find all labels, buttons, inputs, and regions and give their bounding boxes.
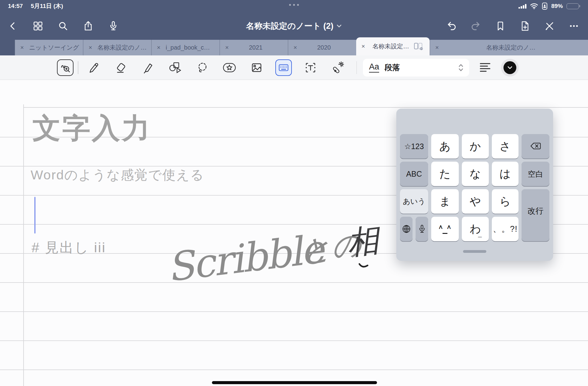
globe-icon <box>402 224 411 234</box>
close-icon[interactable]: × <box>152 44 166 51</box>
close-icon[interactable]: × <box>356 43 370 50</box>
tab-ipad-book[interactable]: × i_pad_book_c… <box>151 40 220 55</box>
search-button[interactable] <box>57 20 69 32</box>
key-globe[interactable] <box>400 217 413 241</box>
toolbar-divider <box>78 61 78 74</box>
key-punctuation[interactable]: 、。?! <box>492 217 518 241</box>
key-wa[interactable]: わ＿ <box>462 217 489 241</box>
clock: 14:57 <box>8 3 23 9</box>
toolbar-divider <box>356 61 357 74</box>
key-ta[interactable]: た <box>431 162 459 186</box>
add-page-button[interactable] <box>519 20 531 32</box>
battery-percent: 89% <box>551 3 563 9</box>
text-align-button[interactable] <box>477 59 494 76</box>
note-title[interactable]: 名称未設定のノート (2) <box>246 21 342 32</box>
zoom-window-tool[interactable] <box>57 59 74 76</box>
eraser-tool[interactable] <box>112 59 129 76</box>
tools-toolbar: Aa 段落 <box>0 55 588 80</box>
key-kaomoji[interactable]: ＾＾ <box>431 217 459 241</box>
chevron-down-icon <box>337 24 342 28</box>
tab-untitled-note-2[interactable]: × 名称未設定のノ… <box>430 40 588 55</box>
keyboard-tool[interactable] <box>275 59 292 76</box>
mic-button[interactable] <box>107 20 119 32</box>
status-bar: 14:57 5月11日 (木) 89% <box>0 0 588 12</box>
tab-knit-sewing[interactable]: × ニットソーイング <box>15 40 83 55</box>
key-abc[interactable]: ABC <box>400 162 428 186</box>
key-return[interactable]: 改行 <box>522 189 549 241</box>
split-view-icon[interactable] <box>414 43 424 51</box>
image-tool[interactable] <box>248 59 265 76</box>
handwriting-ink[interactable]: Scribble との 相 <box>130 205 394 300</box>
tab-untitled-note-1[interactable]: × 名称未設定のノ… <box>83 40 151 55</box>
read-only-pen-toggle[interactable] <box>543 20 556 32</box>
laser-pointer-tool[interactable] <box>329 59 346 76</box>
key-ka[interactable]: か <box>462 134 489 159</box>
more-button[interactable] <box>568 20 580 32</box>
chevron-up-down-icon <box>458 63 464 73</box>
wifi-icon <box>530 3 538 9</box>
focus-icon <box>542 2 548 10</box>
text-color-button[interactable] <box>501 59 519 77</box>
font-style-label: Aa <box>369 62 379 73</box>
share-button[interactable] <box>82 20 94 32</box>
pen-tool[interactable] <box>85 59 102 76</box>
key-dictation[interactable] <box>416 217 428 241</box>
close-icon[interactable]: × <box>15 44 29 51</box>
key-ya[interactable]: や <box>462 189 489 214</box>
multitasking-dots-icon[interactable] <box>289 4 299 6</box>
close-icon[interactable]: × <box>288 44 302 51</box>
key-na[interactable]: な <box>462 162 489 186</box>
redo-button[interactable] <box>470 20 482 32</box>
mic-icon <box>418 224 426 234</box>
nav-header: 名称未設定のノート (2) <box>0 12 588 40</box>
paragraph-style-value: 段落 <box>385 62 400 73</box>
cellular-signal-icon <box>518 4 526 9</box>
key-ra[interactable]: ら <box>492 189 518 214</box>
paragraph-style-button[interactable]: Aa 段落 <box>363 59 469 77</box>
close-icon[interactable]: × <box>83 44 97 51</box>
key-ma[interactable]: ま <box>431 189 459 214</box>
text-cursor <box>34 197 36 234</box>
close-icon[interactable]: × <box>220 44 234 51</box>
undo-button[interactable] <box>445 20 458 32</box>
app-screen: 14:57 5月11日 (木) 89% <box>0 0 588 386</box>
sticker-tool[interactable] <box>221 59 238 76</box>
highlighter-tool[interactable] <box>139 59 156 76</box>
key-backspace[interactable] <box>522 134 549 159</box>
note-markdown-heading-text[interactable]: # 見出し iii <box>32 238 106 257</box>
key-a[interactable]: あ <box>431 134 459 159</box>
svg-text:相: 相 <box>345 221 383 262</box>
bookmark-button[interactable] <box>494 20 507 32</box>
tab-untitled-note-active[interactable]: × 名称未設定… <box>356 37 430 55</box>
shapes-tool[interactable] <box>166 59 183 76</box>
key-sa[interactable]: さ <box>492 134 518 159</box>
tab-bar: × ニットソーイング × 名称未設定のノ… × i_pad_book_c… × … <box>0 40 588 55</box>
thumbnails-grid-button[interactable] <box>32 20 44 32</box>
backspace-icon <box>530 142 542 151</box>
home-indicator[interactable] <box>212 381 377 384</box>
note-page-canvas[interactable]: 文字入力 Wordのような感覚で使える # 見出し iii Scribble と… <box>0 80 588 386</box>
tab-2021[interactable]: × 2021 <box>220 40 288 55</box>
key-kana-mode[interactable]: あいう <box>400 189 428 214</box>
close-icon[interactable]: × <box>430 44 444 51</box>
date: 5月11日 (木) <box>31 2 63 10</box>
text-color-swatch <box>503 61 516 74</box>
keyboard-drag-handle[interactable] <box>463 250 486 253</box>
key-space[interactable]: 空白 <box>522 162 549 186</box>
key-symbols-123[interactable]: ☆123 <box>400 134 428 159</box>
battery-icon <box>567 3 580 9</box>
lasso-tool[interactable] <box>194 59 211 76</box>
page-left-margin-line <box>23 104 24 386</box>
japanese-flick-keyboard: ☆123 あ か さ ABC た な は 空白 あいう ま や ら 改行 <box>396 109 553 261</box>
tab-2020[interactable]: × 2020 <box>288 40 356 55</box>
text-box-tool[interactable] <box>302 59 319 76</box>
note-body-text[interactable]: Wordのような感覚で使える <box>31 166 204 184</box>
note-heading-text[interactable]: 文字入力 <box>32 109 151 147</box>
back-button[interactable] <box>7 20 19 32</box>
key-ha[interactable]: は <box>492 162 518 186</box>
